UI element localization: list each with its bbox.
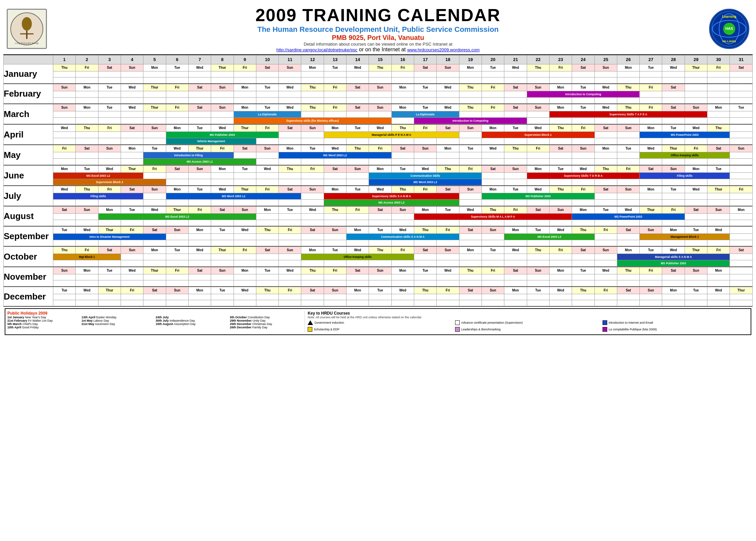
empty-event-col-september-ev1-11 — [279, 234, 301, 240]
month-label-november: November — [4, 267, 53, 286]
dow-cell-april-day29: Wed — [685, 125, 707, 132]
empty-event-col-august-ev1-30 — [707, 214, 730, 220]
empty-event-col-december-ev1-21 — [504, 294, 527, 300]
empty-event-col-november-ev1-24 — [572, 274, 594, 280]
key-item-label: Government Induction — [314, 321, 344, 324]
empty-event-col-march-ev1-13 — [324, 111, 346, 118]
empty-event-col-april-ev2-14 — [346, 138, 369, 145]
empty-event-col-january-ev2-17 — [414, 77, 437, 84]
empty-event-col-july-ev2-10 — [256, 200, 278, 206]
dow-cell-december-day24: Thu — [572, 287, 594, 294]
dow-cell-may-day29: Fri — [685, 145, 707, 152]
empty-event-col-february-ev1-20 — [482, 91, 504, 98]
empty-event-col-september-ev2-15 — [369, 240, 391, 246]
empty-event-col-november-ev2-16 — [391, 280, 414, 286]
empty-event-col-november-ev1-14 — [346, 274, 369, 280]
event-row2-february — [4, 98, 753, 104]
empty-event-col-february-ev1-7 — [188, 91, 211, 98]
dow-cell-august-day11: Tue — [279, 207, 301, 214]
empty-event-col-october-ev2-3 — [98, 260, 121, 267]
empty-event-col-november-ev2-6 — [166, 280, 188, 286]
dow-cell-april-day31 — [730, 125, 753, 132]
dow-cell-april-day25: Sat — [594, 125, 617, 132]
empty-event-col-august-ev2-21 — [504, 220, 527, 226]
empty-event-col-april-ev1-19 — [459, 132, 482, 138]
dow-cell-june-day9: Tue — [234, 166, 256, 173]
empty-event-col-january-ev2-3 — [98, 77, 121, 84]
dow-cell-april-day11: Sat — [279, 125, 301, 132]
dow-cell-july-day27: Mon — [640, 186, 662, 193]
day-num-header-6: 6 — [166, 55, 188, 64]
dow-cell-july-day30: Thur — [707, 186, 730, 193]
month-label-may: May — [4, 145, 53, 165]
dow-cell-october-day13: Tue — [324, 247, 346, 254]
empty-event-col-september-ev2-9 — [234, 240, 256, 246]
dow-cell-august-day25: Tue — [594, 207, 617, 214]
day-num-header-20: 20 — [482, 55, 504, 64]
dow-cell-november-day11: Wed — [279, 267, 301, 274]
empty-event-col-february-ev1-4 — [121, 91, 143, 98]
empty-event-col-october-ev1-11 — [279, 254, 301, 260]
month-row-april: AprilWedThuFriSatSunMonTueWedThurFriSatS… — [4, 125, 753, 132]
dow-cell-april-day20: Mon — [482, 125, 504, 132]
event-row1-february: Introduction to Computing — [4, 91, 753, 98]
empty-event-col-january-ev1-9 — [234, 71, 256, 77]
dow-cell-march-day2: Mon — [76, 104, 98, 111]
empty-event-col-may-ev2-10 — [256, 159, 278, 165]
empty-event-col-february-ev2-13 — [324, 98, 346, 104]
dow-cell-september-day10: Thu — [256, 227, 278, 234]
empty-event-col-may-ev1-17 — [414, 152, 437, 159]
empty-event-col-january-ev2-15 — [369, 77, 391, 84]
dow-cell-june-day27: Sat — [640, 166, 662, 173]
empty-event-col-december-ev1-22 — [527, 294, 549, 300]
empty-event-col-april-ev2-20 — [482, 138, 504, 145]
empty-event-col-june-ev2-26 — [617, 179, 639, 185]
event-row1-august: MS Excel 2003 L3Supervisory Skills M A L… — [4, 214, 753, 220]
dow-cell-february-day30 — [707, 84, 730, 91]
dow-cell-november-day24: Tue — [572, 267, 594, 274]
day-num-header-17: 17 — [414, 55, 437, 64]
day-num-header-27: 27 — [640, 55, 662, 64]
dow-cell-january-day26: Mon — [617, 64, 639, 71]
dow-cell-august-day24: Mon — [572, 207, 594, 214]
empty-event-col-june-ev1-21 — [504, 173, 527, 179]
dow-cell-june-day24: Wed — [572, 166, 594, 173]
empty-event-col-september-ev2-13 — [324, 240, 346, 246]
dow-cell-june-day3: Wed — [98, 166, 121, 173]
empty-event-col-november-ev2-15 — [369, 280, 391, 286]
empty-event-col-april-ev1-12 — [301, 132, 324, 138]
dow-cell-august-day8: Sat — [211, 207, 234, 214]
empty-event-col-may-ev1-21 — [504, 152, 527, 159]
empty-event-col-august-ev2-5 — [143, 220, 166, 226]
empty-event-col-july-ev2-12 — [301, 200, 324, 206]
dow-cell-december-day18: Fri — [437, 287, 459, 294]
dow-cell-september-day27: Sun — [640, 227, 662, 234]
empty-event-col-may-ev2-17 — [414, 159, 437, 165]
empty-event-col-june-ev2-6 — [166, 179, 188, 185]
dow-cell-march-day21: Sat — [504, 104, 527, 111]
dow-cell-january-day28: Wed — [662, 64, 685, 71]
empty-event-col-october-ev2-10 — [256, 260, 278, 267]
empty-event-col-february-ev1-1 — [53, 91, 76, 98]
empty-event-col-january-ev2-11 — [279, 77, 301, 84]
day-num-header-26: 26 — [617, 55, 639, 64]
dow-cell-may-day27: Wed — [640, 145, 662, 152]
empty-event-col-november-ev1-23 — [549, 274, 572, 280]
day-num-header-22: 22 — [527, 55, 549, 64]
empty-event-col-june-ev2-13 — [324, 179, 346, 185]
svg-point-1 — [22, 17, 32, 31]
empty-event-col-april-ev2-24 — [572, 138, 594, 145]
empty-event-col-january-ev2-7 — [188, 77, 211, 84]
dow-cell-march-day22: Sun — [527, 104, 549, 111]
dow-cell-september-day21: Mon — [504, 227, 527, 234]
dow-cell-november-day26: Thu — [617, 267, 639, 274]
empty-event-col-november-ev2-29 — [685, 280, 707, 286]
empty-event-col-august-ev2-16 — [391, 220, 414, 226]
key-note: Note: All courses will be held at the HR… — [308, 316, 749, 319]
empty-event-col-june-ev1-7 — [188, 173, 211, 179]
dow-cell-july-day7: Tue — [188, 186, 211, 193]
empty-event-col-january-ev1-2 — [76, 71, 98, 77]
key-title: Key to HRDU Courses — [308, 311, 749, 316]
empty-event-col-march-ev1-21 — [504, 111, 527, 118]
empty-event-col-june-ev2-14 — [346, 179, 369, 185]
